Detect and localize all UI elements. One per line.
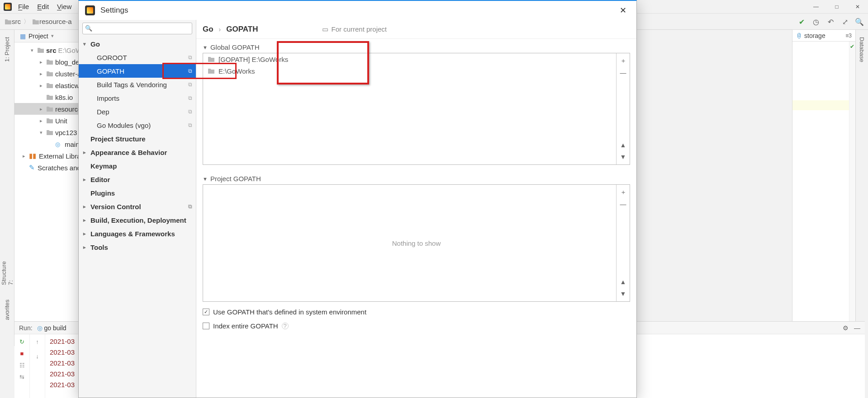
settings-category-child[interactable]: Imports⧉ bbox=[79, 91, 196, 105]
tree-arrow-icon: ▸ bbox=[40, 106, 46, 112]
copy-settings-icon[interactable]: ⧉ bbox=[188, 68, 192, 74]
go-file-icon: ◎ bbox=[55, 141, 60, 148]
settings-close-button[interactable]: ✕ bbox=[616, 4, 630, 17]
gopath-entry[interactable]: [GOPATH] E:\GoWorks bbox=[203, 53, 630, 65]
settings-category[interactable]: Plugins bbox=[79, 186, 196, 200]
add-path-button[interactable]: ＋ bbox=[619, 57, 627, 65]
editor-tab[interactable]: 🛢 storage ≡3 bbox=[792, 30, 855, 42]
settings-breadcrumb: Go › GOPATH ▭ For current project bbox=[196, 20, 636, 39]
copy-settings-icon[interactable]: ⧉ bbox=[188, 54, 192, 61]
settings-category-child[interactable]: Go Modules (vgo)⧉ bbox=[79, 118, 196, 132]
copy-settings-icon[interactable]: ⧉ bbox=[188, 95, 192, 101]
stripe-database-button[interactable]: Database bbox=[856, 30, 868, 70]
dropdown-icon[interactable]: ▾ bbox=[51, 33, 54, 39]
library-icon: ▮▮ bbox=[29, 152, 36, 160]
bc-go[interactable]: Go bbox=[203, 25, 213, 34]
expand-icon[interactable]: ⤢ bbox=[840, 17, 850, 27]
expand-arrow-icon: ▸ bbox=[83, 204, 90, 210]
category-label: Plugins bbox=[90, 189, 115, 197]
remove-path-button[interactable]: — bbox=[619, 200, 627, 208]
run-config-selector[interactable]: ◎ go build bbox=[37, 324, 66, 332]
move-down-button[interactable]: ▼ bbox=[619, 290, 627, 298]
settings-category[interactable]: ▸Appearance & Behavior bbox=[79, 145, 196, 159]
category-label: Tools bbox=[90, 243, 108, 251]
gopath-entry[interactable]: E:\GoWorks bbox=[203, 65, 630, 77]
eq-badge: ≡3 bbox=[845, 33, 852, 39]
move-up-button[interactable]: ▲ bbox=[619, 278, 627, 286]
editor-minimap[interactable] bbox=[849, 42, 855, 321]
remove-path-button[interactable]: — bbox=[619, 69, 627, 77]
settings-category[interactable]: ▸Editor bbox=[79, 173, 196, 186]
category-label: Go bbox=[90, 40, 100, 48]
copy-settings-icon[interactable]: ⧉ bbox=[188, 203, 192, 210]
history-icon[interactable]: ◷ bbox=[811, 17, 821, 27]
expand-arrow-icon: ▾ bbox=[83, 41, 90, 47]
settings-category[interactable]: ▸Version Control⧉ bbox=[79, 200, 196, 213]
stop-button[interactable]: ■ bbox=[18, 349, 27, 358]
settings-category[interactable]: Keymap bbox=[79, 159, 196, 173]
copy-settings-icon[interactable]: ⧉ bbox=[188, 108, 192, 115]
layout-button[interactable]: ☷ bbox=[18, 361, 27, 370]
expand-arrow-icon: ▸ bbox=[83, 217, 90, 223]
global-gopath-list: [GOPATH] E:\GoWorksE:\GoWorks ＋ — ▲ ▼ bbox=[203, 53, 630, 165]
scope-label: ▭ For current project bbox=[322, 25, 387, 33]
settings-category-child[interactable]: GOPATH⧉ bbox=[79, 64, 196, 78]
window-controls: — □ ✕ bbox=[806, 0, 868, 14]
settings-category[interactable]: ▸Build, Execution, Deployment bbox=[79, 213, 196, 227]
app-logo-icon bbox=[4, 3, 12, 11]
window-minimize-button[interactable]: — bbox=[806, 0, 826, 14]
left-tool-stripe: 1: Project 7: Structure avorites bbox=[0, 30, 14, 346]
settings-category-child[interactable]: Build Tags & Vendoring⧉ bbox=[79, 78, 196, 91]
settings-category-child[interactable]: Dep⧉ bbox=[79, 105, 196, 118]
menu-file[interactable]: File bbox=[18, 3, 29, 10]
settings-category-panel: 🔍 ▾GoGOROOT⧉GOPATH⧉Build Tags & Vendorin… bbox=[79, 20, 196, 398]
settings-dialog: Settings ✕ 🔍 ▾GoGOROOT⧉GOPATH⧉Build Tags… bbox=[78, 0, 637, 398]
db-icon: 🛢 bbox=[796, 32, 802, 39]
checkbox-icon bbox=[203, 323, 209, 329]
add-path-button[interactable]: ＋ bbox=[619, 188, 627, 197]
settings-category[interactable]: ▾Go bbox=[79, 37, 196, 51]
settings-category-child[interactable]: GOROOT⧉ bbox=[79, 51, 196, 64]
settings-search-input[interactable] bbox=[82, 23, 192, 34]
run-hide-icon[interactable]: — bbox=[854, 324, 860, 332]
editor-highlight-line bbox=[792, 100, 855, 110]
menu-edit[interactable]: Edit bbox=[37, 3, 49, 10]
project-gopath-header[interactable]: ▼ Project GOPATH bbox=[203, 175, 630, 183]
stripe-project-button[interactable]: 1: Project bbox=[0, 30, 14, 70]
undo-icon[interactable]: ↶ bbox=[825, 17, 835, 27]
settings-content: ▼ Global GOPATH [GOPATH] E:\GoWorksE:\Go… bbox=[196, 39, 636, 398]
global-list-toolbar: ＋ — ▲ ▼ bbox=[616, 53, 630, 164]
breadcrumb-resource[interactable]: resource-a bbox=[32, 18, 72, 25]
tree-arrow-icon: ▸ bbox=[40, 118, 46, 124]
stripe-favorites-button[interactable]: avorites bbox=[0, 290, 14, 330]
category-label: Version Control bbox=[90, 203, 141, 211]
run-settings-icon[interactable]: ⚙ bbox=[843, 324, 849, 332]
settings-category[interactable]: Project Structure bbox=[79, 132, 196, 145]
use-env-gopath-checkbox[interactable]: Use GOPATH that's defined in system envi… bbox=[203, 308, 630, 316]
window-close-button[interactable]: ✕ bbox=[847, 0, 868, 14]
search-icon[interactable]: 🔍 bbox=[854, 17, 864, 27]
move-down-button[interactable]: ▼ bbox=[619, 153, 627, 161]
check-icon[interactable]: ✔ bbox=[797, 17, 806, 27]
copy-settings-icon[interactable]: ⧉ bbox=[188, 122, 192, 128]
expand-arrow-icon: ▸ bbox=[83, 150, 90, 155]
editor-tab-label: storage bbox=[804, 32, 825, 39]
global-gopath-header[interactable]: ▼ Global GOPATH bbox=[203, 43, 630, 51]
move-up-button[interactable]: ▲ bbox=[619, 141, 627, 149]
index-entire-gopath-checkbox[interactable]: Index entire GOPATH ? bbox=[203, 322, 630, 330]
help-icon[interactable]: ? bbox=[282, 323, 289, 329]
run-tool-column-1: ↻ ■ ☷ ⇆ bbox=[14, 334, 30, 398]
window-maximize-button[interactable]: □ bbox=[826, 0, 847, 14]
settings-category[interactable]: ▸Languages & Frameworks bbox=[79, 227, 196, 240]
pin-button[interactable]: ⇆ bbox=[18, 372, 27, 381]
rerun-button[interactable]: ↻ bbox=[18, 337, 27, 346]
breadcrumb-src[interactable]: src bbox=[5, 18, 21, 25]
chevron-right-icon: › bbox=[219, 26, 221, 33]
copy-settings-icon[interactable]: ⧉ bbox=[188, 81, 192, 88]
down-button[interactable]: ↓ bbox=[33, 351, 42, 361]
up-button[interactable]: ↑ bbox=[33, 337, 42, 346]
settings-category[interactable]: ▸Tools bbox=[79, 240, 196, 254]
stripe-structure-button[interactable]: 7: Structure bbox=[0, 250, 14, 290]
menu-view[interactable]: View bbox=[57, 3, 71, 10]
category-label: Keymap bbox=[90, 162, 117, 170]
